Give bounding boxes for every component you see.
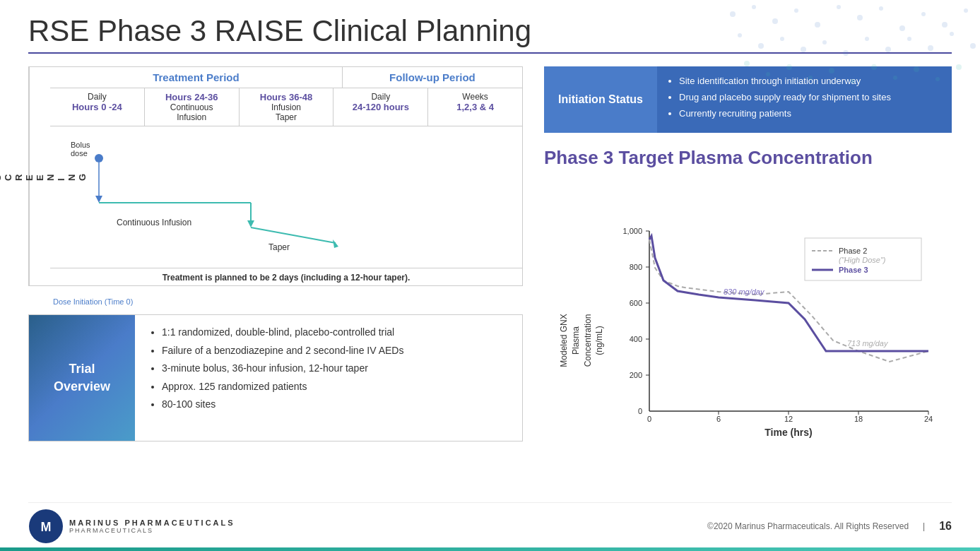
- col2-time1: Hours 24-36: [148, 92, 236, 102]
- trial-bullet-2: Failure of a benzodiazepine and 2 second…: [162, 344, 508, 358]
- chart-svg: 1,000 800 600 400 200 0: [614, 224, 939, 443]
- svg-text:400: 400: [629, 335, 642, 343]
- svg-marker-5: [247, 220, 254, 227]
- svg-text:800: 800: [629, 263, 642, 271]
- svg-text:18: 18: [854, 415, 862, 423]
- logo-name-top: MARINUS PHARMACEUTICALS: [69, 519, 235, 527]
- svg-marker-2: [95, 196, 102, 203]
- page-container: RSE Phase 3 RAISE Clinical Planning SCRE…: [0, 0, 980, 551]
- col4-time: 1,2,3 & 4: [431, 102, 519, 112]
- trial-bullet-1: 1:1 randomized, double-blind, placebo-co…: [162, 326, 508, 340]
- svg-line-6: [251, 227, 336, 243]
- page-title: RSE Phase 3 RAISE Clinical Planning: [28, 14, 952, 54]
- svg-text:Time (hrs): Time (hrs): [764, 427, 812, 438]
- svg-text:Taper: Taper: [268, 242, 290, 252]
- chart-container: Modeled GNX PlasmaConcentration (ng/mL) …: [544, 179, 952, 502]
- svg-text:713 mg/day: 713 mg/day: [847, 339, 889, 348]
- main-content: SCREENING Treatment Period Follow-up Per…: [28, 66, 952, 502]
- col3-time: 24-120 hours: [336, 102, 425, 112]
- svg-text:0: 0: [637, 407, 642, 415]
- svg-text:Continuous Infusion: Continuous Infusion: [117, 218, 191, 227]
- footer-right: ©2020 Marinus Pharmaceuticals. All Right…: [707, 520, 952, 533]
- svg-text:dose: dose: [71, 149, 88, 158]
- svg-point-0: [95, 154, 103, 162]
- initiation-status-content: Site identification through initiation u…: [657, 66, 952, 133]
- trial-overview: TrialOverview 1:1 randomized, double-bli…: [28, 314, 523, 442]
- svg-text:830 mg/day: 830 mg/day: [724, 288, 765, 296]
- diagram-area: Bolus dose Continuous Infusion Taper: [50, 126, 522, 268]
- svg-text:Phase 3: Phase 3: [839, 266, 868, 274]
- chart-y-label: Modeled GNX PlasmaConcentration (ng/mL): [558, 312, 606, 369]
- diagram-svg: Bolus dose Continuous Infusion Taper: [50, 126, 522, 268]
- footer-divider: |: [923, 521, 925, 531]
- trial-overview-content: 1:1 randomized, double-blind, placebo-co…: [135, 315, 522, 441]
- svg-text:600: 600: [629, 299, 642, 307]
- svg-marker-7: [333, 239, 338, 248]
- col4-header: Weeks 1,2,3 & 4: [428, 88, 522, 126]
- col2b-header: Hours 36-48 InfusionTaper: [240, 88, 334, 126]
- svg-text:0: 0: [647, 415, 651, 423]
- col4-label: Weeks: [431, 92, 519, 102]
- trial-bullet-3: 3-minute bolus, 36-hour infusion, 12-hou…: [162, 362, 508, 376]
- chart-wrapper: Modeled GNX PlasmaConcentration (ng/mL) …: [554, 224, 943, 457]
- marinus-logo-icon: M: [28, 509, 64, 544]
- initiation-status-label: Initiation Status: [544, 66, 657, 133]
- initiation-status-list: Site identification through initiation u…: [668, 75, 941, 121]
- initiation-status-box: Initiation Status Site identification th…: [544, 66, 952, 133]
- followup-period-header: Follow-up Period: [343, 67, 522, 88]
- dose-initiation-label: Dose Initiation (Time 0): [28, 297, 523, 306]
- trial-bullet-5: 80-100 sites: [162, 398, 508, 412]
- svg-text:12: 12: [784, 415, 792, 423]
- treatment-period-header: Treatment Period: [50, 67, 343, 88]
- page-number: 16: [939, 520, 952, 533]
- col2-type1: ContinuousInfusion: [148, 102, 236, 122]
- plasma-chart-title: Phase 3 Target Plasma Concentration: [544, 147, 952, 169]
- columns-row: Daily Hours 0 -24 Hours 24-36 Continuous…: [50, 88, 522, 126]
- svg-text:1,000: 1,000: [622, 227, 642, 235]
- initiation-bullet-1: Site identification through initiation u…: [679, 75, 941, 88]
- initiation-bullet-2: Drug and placebo supply ready for shipme…: [679, 91, 941, 104]
- col1-header: Daily Hours 0 -24: [50, 88, 145, 126]
- col2-time2: Hours 36-48: [242, 92, 331, 102]
- svg-text:Phase 2: Phase 2: [839, 247, 867, 255]
- treatment-table: SCREENING Treatment Period Follow-up Per…: [28, 66, 523, 286]
- svg-text:24: 24: [923, 415, 932, 423]
- svg-text:Bolus: Bolus: [71, 141, 90, 149]
- treatment-content: Treatment Period Follow-up Period Daily …: [50, 67, 522, 285]
- initiation-bullet-3: Currently recruiting patients: [679, 107, 941, 120]
- screening-label: SCREENING: [29, 67, 50, 285]
- teal-bottom-bar: [0, 547, 980, 551]
- logo-company-name: MARINUS PHARMACEUTICALS PHARMACEUTICALS: [69, 519, 235, 534]
- col3-header: Daily 24-120 hours: [333, 88, 428, 126]
- copyright-text: ©2020 Marinus Pharmaceuticals. All Right…: [707, 521, 909, 531]
- col2-type2: InfusionTaper: [242, 102, 331, 122]
- treatment-footnote: Treatment is planned to be 2 days (inclu…: [50, 268, 522, 285]
- svg-text:("High Dose"): ("High Dose"): [839, 256, 886, 264]
- svg-text:200: 200: [629, 371, 642, 379]
- footer-logo: M MARINUS PHARMACEUTICALS PHARMACEUTICAL…: [28, 509, 235, 544]
- col1-time: Hours 0 -24: [53, 102, 141, 112]
- logo-name-bottom: PHARMACEUTICALS: [69, 527, 235, 534]
- treatment-header-row: SCREENING Treatment Period Follow-up Per…: [29, 67, 522, 285]
- col2a-header: Hours 24-36 ContinuousInfusion: [145, 88, 240, 126]
- col1-label: Daily: [53, 92, 141, 102]
- footer: M MARINUS PHARMACEUTICALS PHARMACEUTICAL…: [28, 502, 952, 544]
- right-panel: Initiation Status Site identification th…: [544, 66, 952, 502]
- trial-bullet-4: Approx. 125 randomized patients: [162, 380, 508, 394]
- col3-label: Daily: [336, 92, 425, 102]
- period-headers: Treatment Period Follow-up Period: [50, 67, 522, 88]
- svg-text:6: 6: [716, 415, 720, 423]
- trial-overview-list: 1:1 randomized, double-blind, placebo-co…: [149, 326, 508, 412]
- svg-text:M: M: [41, 520, 52, 534]
- left-panel: SCREENING Treatment Period Follow-up Per…: [28, 66, 523, 502]
- trial-overview-label: TrialOverview: [29, 315, 135, 441]
